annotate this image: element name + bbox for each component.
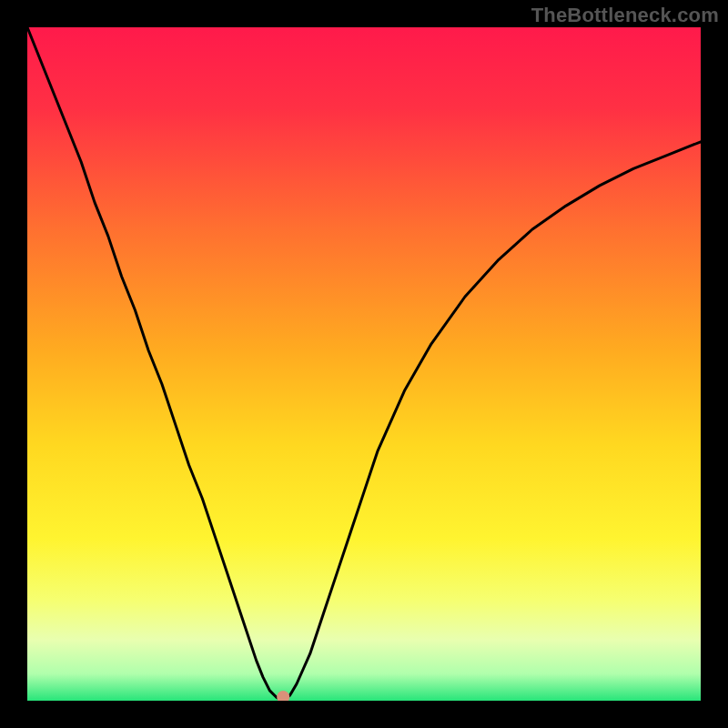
watermark-text: TheBottleneck.com [531,4,719,27]
chart-frame: TheBottleneck.com [0,0,728,728]
gradient-background [27,27,701,701]
plot-area [27,27,701,701]
chart-svg [27,27,701,701]
